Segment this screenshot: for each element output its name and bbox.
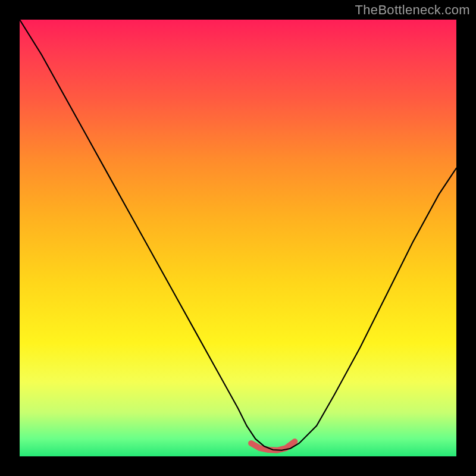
chart-svg bbox=[20, 20, 456, 456]
watermark-label: TheBottleneck.com bbox=[355, 2, 470, 18]
plot-area bbox=[19, 19, 457, 457]
canvas: TheBottleneck.com bbox=[0, 0, 476, 476]
bottleneck-curve bbox=[20, 20, 456, 450]
